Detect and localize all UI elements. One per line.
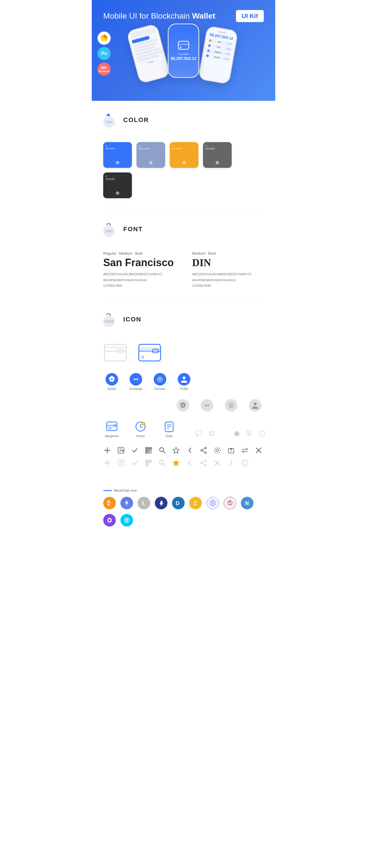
sketch-badge (97, 32, 111, 45)
svg-point-33 (182, 404, 184, 406)
nav-icons-colored: Assets Exchange (103, 373, 193, 391)
svg-rect-102 (150, 461, 151, 462)
svg-rect-41 (107, 424, 117, 426)
svg-rect-7 (178, 43, 189, 45)
svg-marker-81 (173, 447, 179, 453)
crypto-icons: ₿ Ł D (103, 497, 264, 527)
section-number-1: 1 ONE (103, 112, 119, 128)
icon-upload (227, 446, 235, 454)
crypto-ark (224, 497, 236, 509)
svg-rect-101 (146, 461, 148, 462)
ps-badge: Ps (97, 47, 111, 60)
svg-point-39 (254, 402, 257, 405)
svg-point-107 (205, 460, 206, 462)
svg-rect-77 (149, 452, 150, 454)
svg-point-128 (229, 501, 231, 503)
font-sf-name: San Francisco (103, 257, 175, 269)
icon-search-gray (158, 459, 166, 467)
icon-section-header: 3 THREE ICON (92, 300, 275, 341)
icon-exchange-gray (198, 399, 216, 412)
icon-gear (213, 446, 221, 454)
svg-rect-57 (246, 431, 251, 435)
crypto-dash: D (172, 497, 185, 509)
svg-text:D: D (176, 500, 179, 506)
icon-search (158, 446, 166, 454)
svg-point-82 (205, 447, 206, 449)
blockchain-label: BlockChain Icon (103, 489, 264, 492)
icon-assets: Assets (103, 373, 120, 391)
crypto-hashgraph (206, 497, 219, 509)
misc-icons (195, 430, 266, 438)
font-section-content: Regular ' Medium ' Bold San Francisco AB… (92, 251, 275, 300)
font-din-lower: abcdefghijklmnopqrstuvwxyz (192, 277, 264, 283)
blockchain-line (103, 490, 112, 491)
font-sf-styles: Regular ' Medium ' Bold (103, 251, 175, 255)
icon-assets-gray (174, 399, 192, 412)
icon-profile: Profile (175, 373, 193, 391)
icon-info-gray (241, 459, 249, 467)
crypto-feathercoin (155, 497, 167, 509)
font-section-header: 2 TWO FONT (92, 210, 275, 251)
phone-mockups: Profile myWallet $6,297,502.12 myWallet (101, 29, 266, 84)
svg-line-111 (202, 464, 205, 465)
svg-rect-72 (146, 448, 148, 450)
hero-title: Mobile UI for Blockchain Wallet (101, 11, 215, 21)
toolbar-icons-1 (103, 446, 264, 454)
svg-marker-132 (109, 519, 110, 522)
svg-point-84 (205, 452, 206, 454)
svg-text:Ł: Ł (142, 500, 145, 506)
swatch-slate: #8DA0C8 (137, 142, 165, 168)
crypto-nano: N (241, 497, 253, 509)
icon-plus (103, 446, 111, 454)
crypto-bitcoin: ₿ (103, 497, 116, 509)
svg-point-28 (159, 378, 161, 380)
icon-back-gray (186, 459, 194, 467)
font-din: Medium ' Bold DIN ABCDEFGHIJKLMNOPQRSTUV… (192, 251, 264, 288)
icon-edit-list-gray (117, 459, 125, 467)
font-din-styles: Medium ' Bold (192, 251, 264, 255)
svg-point-109 (205, 465, 206, 466)
svg-point-24 (111, 378, 113, 380)
svg-point-116 (245, 462, 245, 462)
icon-circle (233, 430, 241, 438)
toolbar-icons-2 (103, 459, 264, 467)
icon-swap (241, 446, 249, 454)
svg-rect-10 (104, 347, 126, 351)
svg-text:N: N (245, 500, 249, 506)
icon-history: History (132, 420, 149, 438)
icon-share (200, 446, 207, 454)
font-din-upper: ABCDEFGHIJKLMNOPQRSTUVWXYZ (192, 272, 264, 277)
crypto-ethereum (120, 497, 133, 509)
font-sf-upper: ABCDEFGHIJKLMNOPQRSTUVWXYZ (103, 272, 175, 277)
svg-point-104 (160, 460, 164, 464)
phone-left: Profile (126, 23, 171, 84)
icon-management: Mangment (103, 420, 120, 438)
svg-rect-103 (146, 464, 148, 466)
svg-line-80 (163, 452, 165, 454)
wallet-filled (138, 341, 163, 364)
icon-exchange: Exchange (127, 373, 144, 391)
icon-section-title: ICON (123, 316, 141, 323)
svg-line-85 (202, 448, 205, 450)
svg-rect-76 (150, 451, 152, 452)
icon-crescent (220, 430, 228, 438)
svg-text:₿: ₿ (107, 500, 110, 506)
icon-check-gray (131, 459, 139, 467)
icon-qr-gray (144, 459, 152, 467)
font-sf: Regular ' Medium ' Bold San Francisco AB… (103, 251, 175, 288)
icon-discover-gray (223, 399, 240, 412)
svg-point-8 (180, 47, 181, 49)
svg-point-108 (201, 462, 202, 464)
svg-point-87 (216, 449, 219, 452)
crypto-polygon (103, 514, 116, 527)
svg-rect-78 (150, 452, 152, 454)
swatch-gray: #666666 (203, 142, 232, 168)
svg-marker-118 (125, 500, 129, 504)
svg-point-79 (160, 448, 164, 452)
crypto-litecoin: Ł (138, 497, 150, 509)
svg-line-86 (202, 451, 205, 452)
blockchain-text: BlockChain Icon (114, 489, 137, 492)
section-number-2: 2 TWO (103, 221, 119, 237)
phone-right: myWallet $6,297,502.12 BTC +5.2% ETH +3.… (198, 26, 238, 85)
wallet-wireframe (103, 341, 129, 364)
